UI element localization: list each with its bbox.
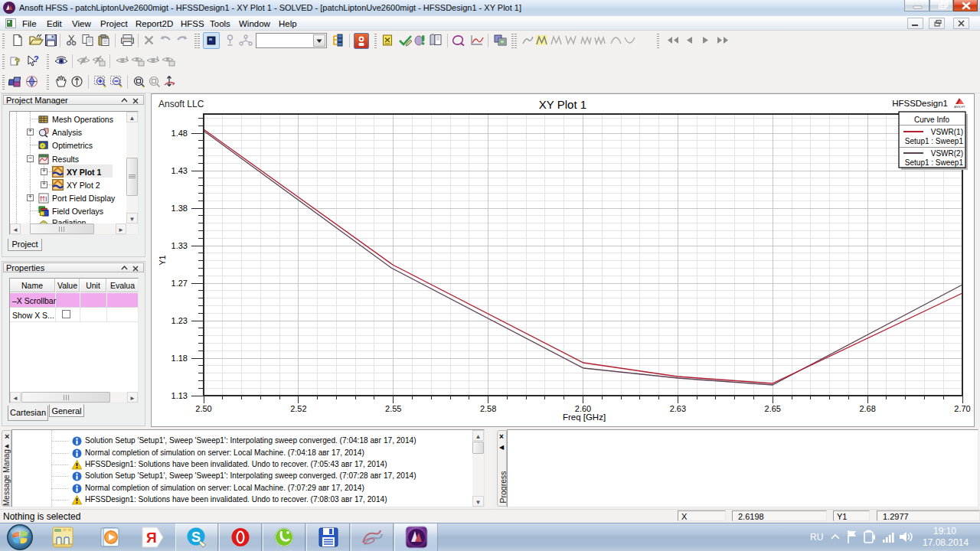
svg-text:2.52: 2.52 <box>290 404 306 413</box>
svg-text:1.33: 1.33 <box>172 241 188 250</box>
svg-text:Ansoft LLC: Ansoft LLC <box>158 99 204 109</box>
svg-text:HFSSDesign1: HFSSDesign1 <box>892 99 948 108</box>
svg-text:1.18: 1.18 <box>172 354 188 363</box>
svg-text:Setup1 : Sweep1: Setup1 : Sweep1 <box>905 137 964 145</box>
svg-text:XY Plot 1: XY Plot 1 <box>539 98 586 111</box>
svg-text:Curve Info: Curve Info <box>914 116 950 124</box>
svg-text:?: ? <box>15 57 20 67</box>
svg-text:1.27: 1.27 <box>172 279 188 288</box>
svg-text:1.23: 1.23 <box>172 316 188 325</box>
svg-text:VSWR(1): VSWR(1) <box>931 128 963 136</box>
svg-text:2.68: 2.68 <box>859 404 875 413</box>
svg-text:1.48: 1.48 <box>172 129 188 138</box>
svg-text:Setup1 : Sweep1: Setup1 : Sweep1 <box>905 158 964 167</box>
svg-text:ANSOFT: ANSOFT <box>954 106 965 109</box>
svg-text:2.55: 2.55 <box>385 404 401 413</box>
svg-text:1.13: 1.13 <box>172 391 188 400</box>
svg-text:2.50: 2.50 <box>195 404 211 413</box>
svg-text:2.65: 2.65 <box>765 404 781 413</box>
svg-text:2.63: 2.63 <box>670 404 686 413</box>
svg-text:?: ? <box>34 54 39 64</box>
svg-text:1.38: 1.38 <box>172 204 188 213</box>
svg-text:Я: Я <box>146 530 157 546</box>
svg-text:VSWR(2): VSWR(2) <box>931 149 963 158</box>
svg-text:2.58: 2.58 <box>480 404 496 413</box>
svg-text:2.70: 2.70 <box>954 404 970 413</box>
svg-text:Y1: Y1 <box>158 255 167 265</box>
svg-text:1.43: 1.43 <box>172 166 188 175</box>
svg-text:Freq [GHz]: Freq [GHz] <box>563 412 606 422</box>
